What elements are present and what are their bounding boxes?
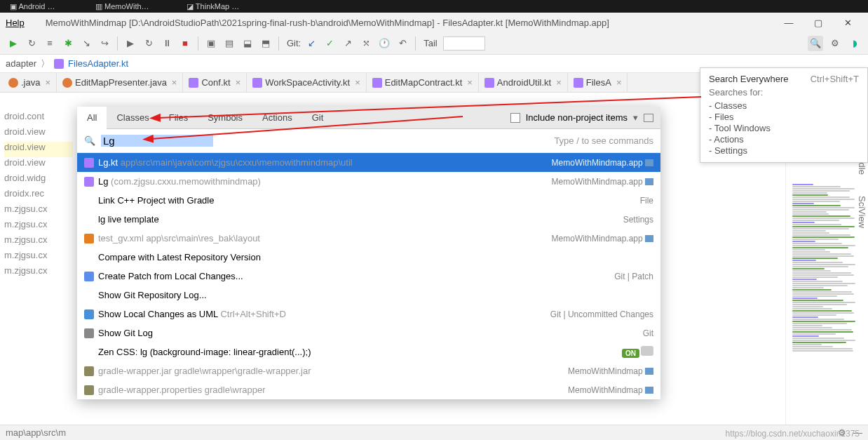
result-label: Link C++ Project with Gradle [98, 195, 214, 206]
popup-tab-files[interactable]: Files [159, 107, 198, 129]
result-row[interactable]: gradle-wrapper.properties gradle\wrapper… [77, 380, 660, 399]
editor-tab[interactable]: EditMapContract.kt× [367, 73, 479, 92]
play-icon[interactable]: ▶ [123, 36, 138, 51]
history-icon[interactable]: 🕐 [377, 36, 392, 51]
result-location: File [640, 196, 653, 206]
popup-tab-git[interactable]: Git [302, 107, 334, 129]
search-hint: Type / to see commands [554, 135, 653, 146]
breadcrumb-item[interactable]: adapter [6, 58, 36, 69]
gutter-line: m.zjgsu.cx [4, 219, 73, 234]
run-icon[interactable]: ▶ [6, 36, 21, 51]
result-row[interactable]: Link C++ Project with GradleFile [77, 191, 660, 210]
search-input[interactable] [101, 135, 213, 147]
tab-label: EditMapContract.kt [385, 77, 463, 88]
editor-tab[interactable]: .java× [3, 73, 57, 92]
tip-shortcut: Ctrl+Shift+T [811, 74, 859, 84]
close-icon[interactable]: × [236, 77, 241, 88]
close-icon[interactable]: × [172, 77, 177, 88]
popup-tab-classes[interactable]: Classes [107, 107, 158, 129]
settings-icon[interactable]: ⚙ [827, 36, 843, 51]
minimap[interactable] [792, 184, 862, 408]
result-label: Show Git Log [98, 328, 153, 338]
separator [278, 36, 279, 51]
device-icon[interactable]: ▣ [203, 36, 219, 51]
assistant-icon[interactable]: ◗ [847, 36, 862, 51]
xml-icon [84, 234, 94, 244]
commit-icon[interactable]: ✓ [322, 36, 337, 51]
right-tool-strip: radle SciView [855, 154, 868, 228]
tab-label: WorkSpaceActivity.kt [265, 77, 350, 88]
editor-tab[interactable]: Conf.kt× [183, 73, 247, 92]
step-in-icon[interactable]: ↘ [79, 36, 94, 51]
close-icon[interactable]: × [556, 77, 562, 88]
popup-tab-actions[interactable]: Actions [252, 107, 302, 129]
close-button[interactable]: ✕ [841, 18, 854, 28]
window-controls: — ▢ ✕ [782, 18, 854, 28]
push-icon[interactable]: ↗ [340, 36, 355, 51]
tool-tab-sciview[interactable]: SciView [857, 196, 867, 228]
menu-help[interactable]: Help [6, 18, 25, 28]
tip-item: - Files [709, 112, 859, 122]
include-nonproject-checkbox[interactable] [510, 113, 520, 123]
editor-gutter: droid.contdroid.viewdroid.viewdroid.view… [0, 93, 77, 425]
result-row[interactable]: Lg.kt app\src\main\java\com\zjgsu\cxxu\m… [77, 153, 660, 172]
result-row[interactable]: test_gv.xml app\src\main\res_bak\layoutM… [77, 229, 660, 248]
stop-icon[interactable]: ■ [177, 36, 193, 51]
avd-icon[interactable]: ▤ [222, 36, 237, 51]
tip-item: - Classes [709, 100, 859, 111]
result-location: MemoWithMindmap [568, 366, 653, 376]
window-title: MemoWithMindmap [D:\AndroidStudioPath\20… [46, 18, 609, 28]
close-icon[interactable]: × [616, 77, 622, 88]
editor-tab[interactable]: AndroidUtil.kt× [479, 73, 568, 92]
result-row[interactable]: Show Git Repository Log... [77, 286, 660, 305]
result-row[interactable]: gradle-wrapper.jar gradle\wrapper\gradle… [77, 361, 660, 380]
sdk-icon[interactable]: ⬓ [240, 36, 255, 51]
result-label: gradle-wrapper.properties gradle\wrapper [98, 385, 265, 395]
minimize-button[interactable]: — [782, 18, 795, 28]
tail-input[interactable] [443, 36, 485, 51]
bug-icon[interactable]: ✱ [60, 36, 76, 51]
revert-icon[interactable]: ↶ [395, 36, 410, 51]
editor-tab[interactable]: WorkSpaceActivity.kt× [247, 73, 366, 92]
close-icon[interactable]: × [467, 77, 473, 88]
editor-tab[interactable]: EditMapPresenter.java× [57, 73, 183, 92]
result-location: Settings [623, 215, 653, 225]
kt-file-icon [372, 78, 382, 88]
pin-icon[interactable] [644, 114, 653, 122]
popup-tab-symbols[interactable]: Symbols [198, 107, 252, 129]
list-icon[interactable]: ≡ [42, 36, 57, 51]
step-over-icon[interactable]: ↪ [97, 36, 112, 51]
result-label: lg live template [98, 214, 159, 225]
update-icon[interactable]: ↙ [304, 36, 319, 51]
result-location: MemoWithMindmap.app [552, 177, 653, 187]
result-location: Git | Patch [614, 272, 653, 281]
sync-icon[interactable]: ⬒ [258, 36, 273, 51]
search-icon[interactable]: 🔍 [808, 36, 823, 51]
close-icon[interactable]: × [355, 77, 360, 88]
separator [198, 36, 198, 51]
result-row[interactable]: lg live templateSettings [77, 210, 660, 229]
result-row[interactable]: Lg (com.zjgsu.cxxu.memowithmindmap)MemoW… [77, 172, 660, 191]
result-row[interactable]: Create Patch from Local Changes...Git | … [77, 267, 660, 286]
result-row[interactable]: Zen CSS: lg (background-image: linear-gr… [77, 342, 660, 361]
tail-label: Tail [423, 38, 438, 48]
result-row[interactable]: Show Git LogGit [77, 324, 660, 342]
maximize-button[interactable]: ▢ [812, 18, 825, 28]
filter-icon[interactable]: ▾ [633, 112, 638, 123]
search-icon: 🔍 [84, 135, 95, 146]
toggle-on[interactable]: ON [622, 349, 639, 358]
close-icon[interactable]: × [45, 77, 50, 88]
replay-icon[interactable]: ↻ [141, 36, 156, 51]
popup-tab-all[interactable]: All [77, 107, 107, 129]
editor-tab[interactable]: FilesA× [568, 73, 628, 92]
compare-icon[interactable]: ⤲ [358, 36, 374, 51]
result-location: Git [643, 328, 653, 338]
popup-tab-bar: AllClassesFilesSymbolsActionsGit Include… [77, 107, 660, 129]
kt-file-icon [252, 78, 262, 88]
pause-icon[interactable]: ⏸ [159, 36, 175, 51]
refresh-icon[interactable]: ↻ [24, 36, 39, 51]
result-row[interactable]: Compare with Latest Repository Version [77, 248, 660, 267]
result-row[interactable]: Show Local Changes as UML Ctrl+Alt+Shift… [77, 305, 660, 324]
breadcrumb-file[interactable]: FilesAdapter.kt [68, 58, 128, 69]
kt-icon [84, 158, 94, 168]
